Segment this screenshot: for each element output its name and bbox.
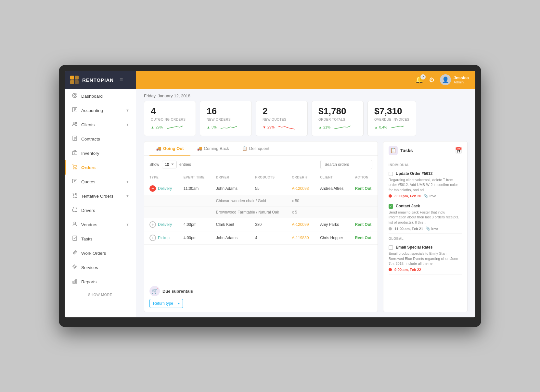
sidebar-item-inventory[interactable]: Inventory	[65, 146, 136, 160]
stat-value-outgoing: 4	[151, 106, 189, 116]
row-order-num: A-119830	[287, 231, 315, 244]
sparkline-outgoing	[167, 124, 183, 130]
row-event-time: 11:00am	[178, 182, 211, 195]
vendors-icon	[72, 221, 77, 228]
clients-icon	[72, 121, 77, 128]
table-row: Brownwood Farmtable / Natural Oak x 5	[144, 206, 378, 218]
stat-card-outgoing: 4 OUTGOING ORDERS ▲ 29%	[144, 101, 196, 136]
sidebar-item-work-orders[interactable]: Work Orders	[65, 246, 136, 260]
stat-value-overdue: $7,310	[374, 106, 409, 116]
sidebar-item-orders[interactable]: Orders	[65, 160, 136, 175]
task-meta: 11:00 am, Feb 21 📎 Invo	[389, 227, 462, 231]
row-event-time: 4:00pm	[178, 218, 211, 231]
work-orders-icon	[72, 250, 77, 256]
row-type: − Delivery	[144, 182, 178, 195]
notifications-button[interactable]: 🔔 7	[415, 76, 424, 84]
plus-circle-icon-2: +	[149, 235, 156, 241]
sidebar-item-reports-label: Reports	[81, 279, 96, 284]
task-title-row: ✓ Contact Jack	[389, 204, 462, 209]
orders-tabs: 🚚 Going Out 🚚 Coming Back 📋 Delinquent	[144, 141, 378, 156]
sidebar-item-contracts[interactable]: Contracts	[65, 132, 136, 146]
stat-label-overdue: OVERDUE INVOICES	[374, 118, 409, 121]
sidebar-item-tasks[interactable]: Tasks	[65, 232, 136, 246]
svg-rect-3	[75, 80, 79, 84]
search-orders-input[interactable]	[320, 160, 372, 169]
table-row: − Delivery 11:00am John Adams 55 A-12009…	[144, 182, 378, 195]
tasks-panel: 📋 Tasks 📅 INDIVIDUAL	[383, 141, 468, 312]
row-client: Amy Parks	[315, 218, 350, 231]
sidebar-item-reports[interactable]: Reports	[65, 275, 136, 289]
sidebar-item-inventory-label: Inventory	[81, 151, 99, 156]
sidebar-item-work-orders-label: Work Orders	[81, 251, 106, 256]
delivery-label[interactable]: Delivery	[158, 186, 172, 191]
sidebar-item-clients[interactable]: Clients ▼	[65, 117, 136, 132]
tab-delinquent[interactable]: 📋 Delinquent	[236, 141, 276, 156]
quotes-arrow: ▼	[126, 180, 129, 184]
row-action: Rent Out	[350, 218, 378, 231]
sidebar-item-drivers[interactable]: Drivers	[65, 203, 136, 217]
row-client: Andrea Alfres	[315, 182, 350, 195]
accounting-arrow: ▼	[126, 108, 129, 112]
sidebar-item-services-label: Services	[81, 265, 98, 270]
row-products: 4	[250, 231, 287, 244]
sidebar-item-dashboard[interactable]: Dashboard	[65, 89, 136, 103]
settings-button[interactable]: ⚙	[429, 76, 435, 84]
show-label: Show	[149, 162, 159, 167]
tasks-body: INDIVIDUAL Update Order #5612 Regarding …	[383, 160, 467, 312]
sidebar-item-vendors[interactable]: Vendors ▼	[65, 217, 136, 232]
user-info: 👤 Jessica Admini...	[440, 74, 469, 85]
table-controls: Show 10 25 50 entries	[144, 156, 378, 173]
svg-rect-0	[70, 76, 74, 80]
delivery-label-2[interactable]: Delivery	[158, 222, 172, 227]
pickup-label[interactable]: Pickup	[158, 236, 170, 240]
drivers-icon	[72, 207, 77, 214]
tab-coming-back[interactable]: 🚚 Coming Back	[190, 141, 236, 156]
sparkline-new-orders	[221, 124, 237, 130]
task-checkbox-email-rates[interactable]	[389, 245, 393, 250]
svg-point-22	[73, 197, 74, 198]
top-bar: RENTOPIAN ≡ 🔔 7 ⚙ 👤 Jessica Admini...	[65, 71, 475, 89]
table-row: + Delivery 4:00pm Clark Kent 380 A-12009…	[144, 218, 378, 231]
sidebar-item-accounting[interactable]: Accounting ▼	[65, 103, 136, 117]
task-checkbox-update-order[interactable]	[389, 172, 393, 176]
show-entries: Show 10 25 50 entries	[149, 161, 191, 168]
task-meta: 9:00 am, Feb 22	[389, 268, 462, 272]
col-order-num: ORDER #	[287, 173, 315, 182]
sidebar-item-services[interactable]: Services	[65, 260, 136, 275]
up-arrow-icon-4: ▲	[374, 125, 378, 129]
col-products: PRODUCTS	[250, 173, 287, 182]
entries-select[interactable]: 10 25 50	[162, 161, 177, 168]
due-indicator-red-2	[389, 268, 392, 271]
show-more-button[interactable]: SHOW MORE	[65, 289, 136, 300]
svg-point-28	[73, 211, 74, 212]
task-attach: 📎 Invo	[424, 194, 436, 198]
due-subrentals-header: 🛒 Due subrentals	[149, 286, 372, 296]
row-products: 55	[250, 182, 287, 195]
hamburger-icon[interactable]: ≡	[120, 77, 123, 83]
subrentals-icon: 🛒	[149, 286, 160, 296]
laptop-frame: RENTOPIAN ≡ 🔔 7 ⚙ 👤 Jessica Admini...	[59, 65, 481, 327]
svg-point-5	[74, 94, 76, 96]
col-driver: DRIVER	[211, 173, 250, 182]
svg-point-20	[76, 168, 77, 169]
row-client: Chris Hopper	[315, 231, 350, 244]
due-subrentals: 🛒 Due subrentals Return type	[144, 282, 378, 312]
stat-label-order-totals: ORDER TOTALS	[318, 118, 357, 121]
sidebar-item-tentative-orders[interactable]: Tentative Orders ▼	[65, 189, 136, 203]
task-due: 3:00 pm, Feb 20	[394, 194, 421, 198]
return-type-select[interactable]: Return type	[149, 299, 183, 308]
sidebar-item-orders-label: Orders	[81, 165, 96, 170]
task-attach: 📎 Invo	[426, 227, 438, 231]
sidebar-item-quotes[interactable]: Quotes ▼	[65, 175, 136, 189]
services-icon	[72, 264, 77, 271]
tab-going-out[interactable]: 🚚 Going Out	[149, 141, 190, 156]
svg-point-11	[73, 122, 75, 124]
row-type: + Pickup	[144, 231, 178, 244]
tasks-nav-icon[interactable]: 📅	[455, 147, 462, 154]
stat-label-outgoing: OUTGOING ORDERS	[151, 118, 189, 121]
entries-label: entries	[179, 162, 191, 167]
task-description: Regarding client voicemail, delete T fro…	[389, 178, 462, 192]
task-checkbox-contact-jack[interactable]: ✓	[389, 204, 393, 209]
dashboard-icon	[72, 93, 77, 99]
svg-point-30	[74, 222, 76, 224]
